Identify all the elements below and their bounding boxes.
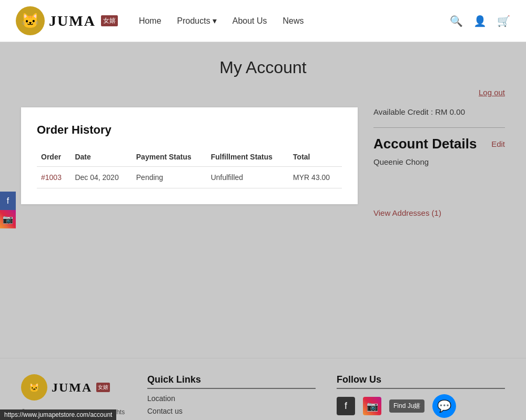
footer-location-link[interactable]: Location xyxy=(147,394,316,403)
footer-contact-link[interactable]: Contact us xyxy=(147,407,316,415)
credit-text: Available Credit : RM 0.00 xyxy=(373,107,465,116)
nav-about[interactable]: About Us xyxy=(232,16,267,26)
order-history-box: Order History Order Date Payment Status … xyxy=(21,107,358,204)
order-table: Order Date Payment Status Fulfillment St… xyxy=(37,147,342,188)
nav-news[interactable]: News xyxy=(283,16,304,26)
nav-products[interactable]: Products ▾ xyxy=(177,16,217,26)
follow-icons: f 📷 Find Ju嬉 💬 xyxy=(337,394,505,418)
col-fulfillment: Fulfillment Status xyxy=(207,147,289,167)
messenger-button[interactable]: 💬 xyxy=(432,394,456,418)
footer-logo-circle: 🐱 xyxy=(21,374,47,401)
main-nav: Home Products ▾ About Us News xyxy=(139,16,304,26)
account-name: Queenie Chong xyxy=(373,157,505,166)
url-bar: https://www.jumapetstore.com/account xyxy=(0,409,116,420)
account-details-panel: Available Credit : RM 0.00 Account Detai… xyxy=(373,107,505,218)
chevron-down-icon: ▾ xyxy=(213,16,217,26)
view-addresses-row: View Addresses (1) xyxy=(373,208,505,218)
follow-badge: Find Ju嬉 xyxy=(389,399,424,413)
nav-home[interactable]: Home xyxy=(139,16,161,26)
order-fulfillment-cell: Unfulfilled xyxy=(207,167,289,188)
col-date: Date xyxy=(70,147,132,167)
col-total: Total xyxy=(289,147,342,167)
header-icons: 🔍 👤 🛒 xyxy=(450,15,510,27)
order-history-title: Order History xyxy=(37,123,342,137)
user-icon[interactable]: 👤 xyxy=(473,15,487,27)
footer-links-section: Quick Links Location Contact us xyxy=(147,374,316,419)
table-row: #1003 Dec 04, 2020 Pending Unfulfilled M… xyxy=(37,167,342,188)
logout-link[interactable]: Log out xyxy=(479,88,505,97)
credit-section: Available Credit : RM 0.00 xyxy=(373,107,505,117)
footer-facebook-icon[interactable]: f xyxy=(337,397,355,415)
order-total-cell: MYR 43.00 xyxy=(289,167,342,188)
search-icon[interactable]: 🔍 xyxy=(450,15,463,27)
col-payment: Payment Status xyxy=(132,147,207,167)
page-title: My Account xyxy=(21,58,505,77)
content-area: Order History Order Date Payment Status … xyxy=(21,107,505,218)
footer-follow-section: Follow Us f 📷 Find Ju嬉 💬 xyxy=(337,374,505,418)
footer-logo-text: JUMA xyxy=(52,381,92,395)
header: 🐱 JUMA 女嬉 Home Products ▾ About Us News … xyxy=(0,0,526,42)
divider xyxy=(373,127,505,128)
logout-row: Log out xyxy=(21,88,505,97)
account-header-row: Account Details Edit xyxy=(373,136,505,152)
order-date-cell: Dec 04, 2020 xyxy=(70,167,132,188)
footer-logo-badge: 女嬉 xyxy=(96,383,110,392)
edit-link[interactable]: Edit xyxy=(491,139,505,148)
footer-logo-row: 🐱 JUMA 女嬉 xyxy=(21,374,126,401)
table-header-row: Order Date Payment Status Fulfillment St… xyxy=(37,147,342,167)
logo-circle: 🐱 xyxy=(16,6,45,35)
logo-badge: 女嬉 xyxy=(101,15,118,26)
col-order: Order xyxy=(37,147,70,167)
footer-cat-icon: 🐱 xyxy=(29,383,39,393)
logo-cat-icon: 🐱 xyxy=(21,12,39,29)
order-id-cell: #1003 xyxy=(37,167,70,188)
main-content: My Account Log out Order History Order D… xyxy=(0,42,526,358)
order-id-link[interactable]: #1003 xyxy=(41,173,62,182)
account-details-title: Account Details xyxy=(373,136,477,152)
footer-instagram-icon[interactable]: 📷 xyxy=(363,397,381,415)
order-payment-cell: Pending xyxy=(132,167,207,188)
logo-text: JUMA xyxy=(49,13,96,29)
logo-area[interactable]: 🐱 JUMA 女嬉 xyxy=(16,6,118,35)
cart-icon[interactable]: 🛒 xyxy=(497,15,510,27)
quick-links-title: Quick Links xyxy=(147,374,316,389)
follow-title: Follow Us xyxy=(337,374,505,389)
view-addresses-link[interactable]: View Addresses (1) xyxy=(373,208,441,217)
